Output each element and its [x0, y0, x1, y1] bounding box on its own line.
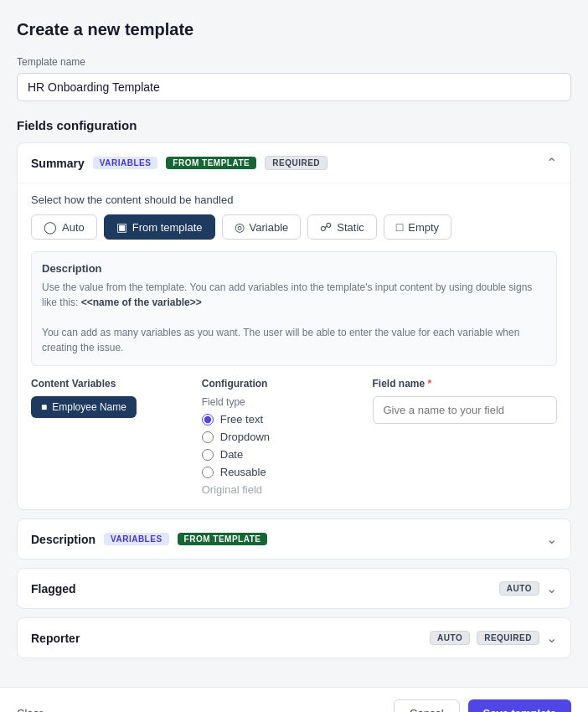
flagged-header-right: AUTO ⌄ [499, 580, 557, 596]
option-variable[interactable]: ◎ Variable [222, 214, 302, 240]
description-box: Description Use the value from the templ… [31, 251, 557, 366]
variable-icon: ◎ [235, 220, 245, 234]
reporter-header-left: Reporter [31, 632, 80, 645]
summary-header[interactable]: Summary VARIABLES FROM TEMPLATE REQUIRED… [18, 143, 570, 183]
footer-right: Cancel Save template [394, 699, 571, 712]
option-from-template[interactable]: ▣ From template [104, 214, 215, 240]
summary-badge-from-template: FROM TEMPLATE [166, 157, 256, 169]
option-buttons: ◯ Auto ▣ From template ◎ Variable ☍ Stat… [31, 214, 557, 240]
flagged-header[interactable]: Flagged AUTO ⌄ [18, 569, 570, 608]
chip-icon: ■ [41, 401, 47, 413]
radio-free-text-input[interactable] [202, 414, 214, 426]
main-content: Create a new template Template name Fiel… [0, 0, 588, 687]
content-variables-col: Content Variables ■ Employee Name [31, 378, 185, 496]
page-title: Create a new template [17, 20, 571, 39]
static-icon: ☍ [320, 220, 332, 234]
chip-label: Employee Name [52, 401, 126, 413]
summary-badge-required: REQUIRED [265, 156, 328, 170]
content-variables-label: Content Variables [31, 378, 185, 390]
radio-reusable[interactable]: Reusable [202, 466, 356, 478]
reporter-header-right: AUTO REQUIRED ⌄ [430, 630, 557, 646]
auto-icon: ◯ [44, 220, 57, 234]
fields-configuration-title: Fields configuration [17, 118, 571, 132]
field-type-label: Field type [202, 396, 356, 408]
description-badge-from-template: FROM TEMPLATE [178, 533, 268, 545]
option-empty[interactable]: □ Empty [384, 214, 451, 240]
field-name-label: Field name * [373, 378, 558, 390]
employee-name-chip[interactable]: ■ Employee Name [31, 396, 137, 418]
radio-original-field: Original field [202, 483, 356, 496]
description-highlight: <<name of the variable>> [81, 297, 202, 308]
description-header[interactable]: Description VARIABLES FROM TEMPLATE ⌄ [18, 519, 570, 559]
summary-section: Summary VARIABLES FROM TEMPLATE REQUIRED… [17, 142, 571, 510]
template-name-input[interactable] [17, 73, 571, 101]
flagged-badge-auto: AUTO [499, 581, 539, 596]
summary-chevron-icon: ⌃ [546, 155, 557, 171]
template-name-label: Template name [17, 56, 571, 68]
radio-dropdown-input[interactable] [202, 431, 214, 443]
footer-bar: Clear Cancel Save template [0, 687, 588, 712]
radio-free-text[interactable]: Free text [202, 413, 356, 426]
radio-date[interactable]: Date [202, 448, 356, 461]
summary-body: Select how the content should be handled… [18, 183, 570, 509]
description-chevron-icon: ⌄ [546, 531, 557, 547]
description-header-left: Description VARIABLES FROM TEMPLATE [31, 533, 267, 546]
description-chevron-right: ⌄ [546, 531, 557, 547]
configuration-col: Configuration Field type Free text Dropd… [202, 378, 356, 496]
content-handling-label: Select how the content should be handled [31, 193, 557, 206]
cancel-button[interactable]: Cancel [394, 699, 459, 712]
description-box-title: Description [42, 262, 546, 275]
flagged-header-left: Flagged [31, 582, 76, 596]
description-text: Use the value from the template. You can… [42, 280, 546, 355]
flagged-title: Flagged [31, 582, 76, 596]
from-template-icon: ▣ [116, 220, 127, 234]
option-static[interactable]: ☍ Static [307, 214, 377, 240]
field-name-input[interactable] [373, 396, 558, 424]
field-name-col: Field name * [373, 378, 558, 496]
summary-badge-variables: VARIABLES [93, 157, 158, 169]
reporter-section: Reporter AUTO REQUIRED ⌄ [17, 617, 571, 658]
radio-dropdown[interactable]: Dropdown [202, 431, 356, 443]
reporter-chevron-icon: ⌄ [546, 630, 557, 646]
radio-date-input[interactable] [202, 449, 214, 461]
flagged-chevron-icon: ⌄ [546, 580, 557, 596]
empty-icon: □ [396, 220, 403, 234]
radio-group: Free text Dropdown Date [202, 413, 356, 496]
reporter-badge-required: REQUIRED [477, 631, 539, 645]
reporter-header[interactable]: Reporter AUTO REQUIRED ⌄ [18, 618, 570, 658]
reporter-badge-auto: AUTO [430, 631, 470, 645]
config-row: Content Variables ■ Employee Name Config… [31, 378, 557, 496]
summary-title: Summary [31, 157, 85, 170]
description-badge-variables: VARIABLES [104, 533, 169, 545]
description-title: Description [31, 533, 95, 546]
summary-header-right: ⌃ [546, 155, 557, 171]
save-button[interactable]: Save template [468, 699, 571, 712]
description-section: Description VARIABLES FROM TEMPLATE ⌄ [17, 519, 571, 560]
flagged-section: Flagged AUTO ⌄ [17, 568, 571, 609]
reporter-title: Reporter [31, 632, 80, 645]
page-container: Create a new template Template name Fiel… [0, 0, 588, 712]
summary-header-left: Summary VARIABLES FROM TEMPLATE REQUIRED [31, 156, 328, 170]
option-auto[interactable]: ◯ Auto [31, 214, 97, 240]
required-star: * [428, 378, 432, 390]
configuration-label: Configuration [202, 378, 356, 390]
clear-button[interactable]: Clear [17, 702, 43, 712]
radio-reusable-input[interactable] [202, 467, 214, 478]
